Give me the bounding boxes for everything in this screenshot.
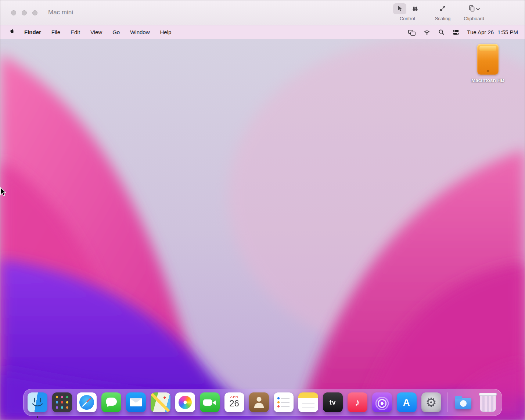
menu-bar-left: Finder File Edit View Go Window Help <box>0 28 171 36</box>
control-center-icon[interactable] <box>452 29 460 36</box>
menu-item-file[interactable]: File <box>51 29 60 35</box>
clipboard-button[interactable] <box>467 3 481 14</box>
maps-icon <box>151 392 170 412</box>
close-button[interactable] <box>11 10 16 15</box>
launchpad-icon <box>52 392 72 412</box>
dock-safari[interactable] <box>77 392 97 412</box>
facetime-camera-icon <box>200 392 220 412</box>
titlebar-toolbar: Control Scaling <box>393 3 484 21</box>
dock-separator <box>447 392 447 412</box>
dock-mail[interactable] <box>126 392 146 412</box>
spotlight-search-icon[interactable] <box>438 29 445 36</box>
menu-item-help[interactable]: Help <box>160 29 172 35</box>
volume-label: Macintosh HD <box>466 78 510 83</box>
dock-reminders[interactable] <box>274 392 294 412</box>
clock-time: 1:55 PM <box>497 29 518 35</box>
scaling-group: Scaling <box>435 3 451 21</box>
downloads-folder-icon: ↓ <box>453 392 473 412</box>
minimize-button[interactable] <box>22 10 27 15</box>
observe-mode-button[interactable] <box>409 3 422 14</box>
dock-app-store[interactable]: A <box>397 392 417 412</box>
dock-maps[interactable] <box>151 392 170 412</box>
mouse-cursor <box>0 187 7 198</box>
clipboard-group: Clipboard <box>464 3 484 21</box>
dock-tv[interactable]: tv <box>323 392 343 412</box>
wifi-icon[interactable] <box>423 29 431 36</box>
dock-calendar[interactable]: APR 26 <box>224 392 244 412</box>
hard-drive-icon <box>477 44 499 75</box>
music-note-icon: ♪ <box>348 392 367 412</box>
photos-pinwheel-icon <box>175 392 195 412</box>
dock-photos[interactable] <box>175 392 195 412</box>
cursor-icon <box>396 5 403 13</box>
dock-notes[interactable] <box>298 392 318 412</box>
desktop[interactable]: Macintosh HD <box>0 39 525 420</box>
finder-icon <box>28 392 47 412</box>
dock-contacts[interactable] <box>249 392 269 412</box>
traffic-lights <box>11 10 37 15</box>
dock-facetime[interactable] <box>200 392 220 412</box>
window-title: Mac mini <box>48 9 73 16</box>
menu-item-edit[interactable]: Edit <box>71 29 80 35</box>
music-glyph: ♪ <box>348 392 367 412</box>
chevron-down-icon <box>476 6 480 12</box>
menu-bar-clock[interactable]: Tue Apr 26 1:55 PM <box>467 29 518 35</box>
scaling-arrows-icon <box>439 5 446 13</box>
trash-icon <box>480 393 496 412</box>
contacts-icon <box>249 392 269 412</box>
dock-downloads[interactable]: ↓ <box>453 392 473 412</box>
dock-system-preferences[interactable]: ⚙ <box>421 392 441 412</box>
menu-item-finder[interactable]: Finder <box>24 29 41 35</box>
control-group: Control <box>393 3 422 21</box>
safari-compass-icon <box>77 392 97 412</box>
messages-bubble-icon <box>101 392 121 412</box>
gear-icon: ⚙ <box>421 392 441 412</box>
screen-sharing-window: Mac mini <box>0 0 525 420</box>
reminders-icon <box>274 392 294 412</box>
dock-podcasts[interactable] <box>372 392 392 412</box>
notes-icon <box>298 392 318 412</box>
apple-menu[interactable] <box>8 28 14 36</box>
screen-mirroring-icon[interactable] <box>408 29 416 36</box>
clipboard-label: Clipboard <box>464 16 484 21</box>
scaling-button[interactable] <box>436 3 449 14</box>
dock: APR 26 tv ♪ <box>23 389 502 416</box>
apple-tv-icon: tv <box>323 392 343 412</box>
dock-music[interactable]: ♪ <box>348 392 367 412</box>
mail-envelope-icon <box>126 392 146 412</box>
wallpaper <box>0 39 525 420</box>
calendar-day: 26 <box>224 398 244 409</box>
clipboard-icon <box>468 4 476 14</box>
dock-trash[interactable] <box>478 392 498 412</box>
window-titlebar: Mac mini <box>0 0 525 25</box>
menu-item-view[interactable]: View <box>90 29 102 35</box>
desktop-volume-macintosh-hd[interactable]: Macintosh HD <box>466 44 510 83</box>
binoculars-icon <box>411 5 419 13</box>
zoom-button[interactable] <box>32 10 37 15</box>
apple-logo-icon <box>8 28 14 36</box>
menu-item-window[interactable]: Window <box>130 29 150 35</box>
app-store-glyph: A <box>397 392 417 412</box>
dock-messages[interactable] <box>101 392 121 412</box>
scaling-label: Scaling <box>435 16 451 21</box>
dock-launchpad[interactable] <box>52 392 72 412</box>
download-arrow-glyph: ↓ <box>460 400 467 407</box>
menu-bar-status: Tue Apr 26 1:55 PM <box>408 29 525 36</box>
app-store-icon: A <box>397 392 417 412</box>
clock-date: Tue Apr 26 <box>467 29 494 35</box>
tv-glyph: tv <box>323 392 343 412</box>
gear-glyph: ⚙ <box>421 392 441 412</box>
menu-item-go[interactable]: Go <box>112 29 120 35</box>
podcasts-icon <box>372 392 392 412</box>
control-label: Control <box>400 16 415 21</box>
control-mode-button[interactable] <box>393 3 406 14</box>
dock-finder[interactable] <box>28 392 47 412</box>
menu-bar: Finder File Edit View Go Window Help <box>0 25 525 39</box>
calendar-icon: APR 26 <box>224 392 244 412</box>
